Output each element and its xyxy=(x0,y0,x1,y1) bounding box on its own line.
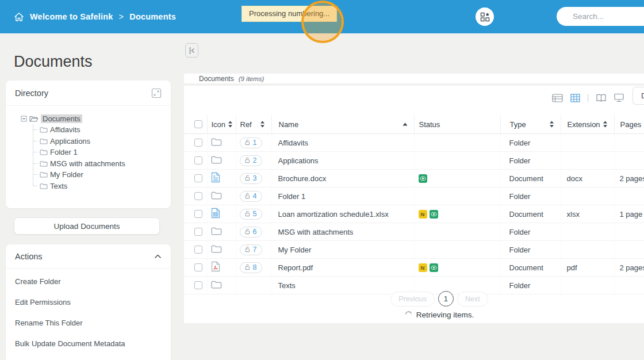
row-type: Document xyxy=(500,259,561,277)
row-checkbox[interactable] xyxy=(194,228,202,236)
row-name[interactable]: Brochure.docx xyxy=(278,174,327,183)
ref-pill[interactable]: 1 xyxy=(240,137,263,148)
tree-item[interactable]: My Folder xyxy=(33,169,166,181)
folder-icon xyxy=(40,149,48,155)
loading-text: Retrieving items. xyxy=(416,311,474,319)
upload-documents-button[interactable]: Upload Documents xyxy=(14,217,160,235)
spinner-icon xyxy=(405,311,412,319)
row-name[interactable]: Texts xyxy=(278,281,296,290)
main-area: Documents (9 items) D xyxy=(184,33,644,360)
row-type: Folder xyxy=(500,223,561,241)
row-name[interactable]: Applications xyxy=(278,156,319,165)
select-all-checkbox[interactable] xyxy=(194,120,202,128)
row-checkbox[interactable] xyxy=(194,174,202,182)
column-header-icon[interactable]: Icon xyxy=(207,115,236,134)
row-checkbox[interactable] xyxy=(194,156,202,164)
lock-open-icon xyxy=(244,193,251,199)
ref-pill[interactable]: 8 xyxy=(240,262,263,273)
table-row[interactable]: 7 My Folder Folder xyxy=(184,241,644,259)
ref-pill[interactable]: 6 xyxy=(240,227,263,238)
actions-panel: Actions Create Folder Edit Permissions R… xyxy=(6,244,171,360)
tree-item[interactable]: Affidavits xyxy=(33,124,166,136)
actions-panel-title: Actions xyxy=(15,252,43,261)
column-header-extension[interactable]: Extension xyxy=(561,115,614,134)
row-pages xyxy=(614,223,644,241)
column-header-ref[interactable]: Ref xyxy=(236,115,271,134)
view-list-icon[interactable] xyxy=(552,94,563,102)
ref-pill[interactable]: 4 xyxy=(240,191,263,202)
table-row[interactable]: 1 Affidavits Folder xyxy=(184,134,644,152)
search-input[interactable] xyxy=(572,12,644,21)
previous-page-button[interactable]: Previous xyxy=(390,292,435,307)
expand-icon[interactable] xyxy=(151,88,162,98)
action-item[interactable]: Edit Permissions xyxy=(6,292,171,312)
table-row[interactable]: 8 Report.pdf N Document pdf 2 pages xyxy=(184,259,644,277)
sort-both-icon xyxy=(549,121,554,128)
status-badges xyxy=(419,174,500,183)
breadcrumb-current[interactable]: Documents xyxy=(129,12,176,21)
safelink-app: Welcome to Safelink > Documents Processi… xyxy=(0,0,644,360)
view-book-icon[interactable] xyxy=(596,94,607,102)
ref-number: 4 xyxy=(253,192,257,200)
panel-collapse-icon xyxy=(189,47,195,55)
table-row[interactable]: 3 Brochure.docx Document docx 2 pages xyxy=(184,170,644,187)
collapse-sidebar-button[interactable] xyxy=(185,43,198,58)
row-name[interactable]: Folder 1 xyxy=(278,192,306,201)
row-type: Document xyxy=(500,170,561,187)
row-name[interactable]: Affidavits xyxy=(278,139,309,147)
items-bar: Documents (9 items) xyxy=(184,74,644,83)
row-name[interactable]: Report.pdf xyxy=(278,263,313,272)
sort-both-icon xyxy=(603,121,608,128)
row-checkbox[interactable] xyxy=(194,281,202,289)
row-checkbox[interactable] xyxy=(194,246,202,254)
table-row[interactable]: 5 Loan amortization schedule1.xlsx N Doc… xyxy=(184,205,644,223)
column-header-pages[interactable]: Pages xyxy=(614,115,644,134)
column-header-type[interactable]: Type xyxy=(500,115,561,134)
column-header-name[interactable]: Name xyxy=(271,115,414,134)
row-pages xyxy=(614,134,644,152)
row-checkbox[interactable] xyxy=(194,263,202,271)
column-header-status[interactable]: Status xyxy=(414,115,500,134)
breadcrumb-home[interactable]: Welcome to Safelink xyxy=(30,12,113,21)
documents-table: Icon Ref Name Status Type xyxy=(184,115,644,294)
action-item[interactable]: Create Folder xyxy=(6,271,171,292)
view-display-icon[interactable] xyxy=(614,93,624,102)
table-row[interactable]: 6 MSG with attachments Folder xyxy=(184,223,644,241)
row-name[interactable]: Loan amortization schedule1.xlsx xyxy=(278,210,389,219)
row-checkbox[interactable] xyxy=(194,192,202,200)
ref-pill[interactable]: 2 xyxy=(240,155,263,166)
row-type: Folder xyxy=(500,187,561,205)
table-row[interactable]: 2 Applications Folder xyxy=(184,152,644,170)
action-item[interactable]: Reset Sort Order xyxy=(6,354,171,360)
table-row[interactable]: 4 Folder 1 Folder xyxy=(184,187,644,205)
breadcrumb-separator: > xyxy=(119,12,124,21)
next-page-button[interactable]: Next xyxy=(457,292,488,307)
directory-tree-children: Affidavits Applications Folder 1 MSG wit… xyxy=(33,124,166,192)
action-item[interactable]: Bulk Update Document Metadata xyxy=(6,333,171,354)
tree-item[interactable]: MSG with attachments xyxy=(33,158,166,170)
ref-pill[interactable]: 7 xyxy=(240,244,263,255)
row-name[interactable]: MSG with attachments xyxy=(278,228,354,236)
tree-item[interactable]: Folder 1 xyxy=(33,147,166,158)
ref-pill[interactable]: 5 xyxy=(240,209,263,220)
tree-item[interactable]: Texts xyxy=(33,181,166,192)
apps-button[interactable] xyxy=(476,7,494,26)
directory-panel-title: Directory xyxy=(15,89,48,98)
home-icon[interactable] xyxy=(14,12,24,22)
row-type: Folder xyxy=(500,241,561,259)
tree-root-documents[interactable]: Documents xyxy=(21,113,166,124)
current-page-button[interactable]: 1 xyxy=(438,291,454,307)
tree-item[interactable]: Applications xyxy=(33,136,166,147)
row-type: Folder xyxy=(500,134,561,152)
row-checkbox[interactable] xyxy=(194,139,202,147)
row-name[interactable]: My Folder xyxy=(278,246,312,254)
chevron-up-icon[interactable] xyxy=(154,254,162,259)
view-grid-icon[interactable] xyxy=(570,94,580,102)
toolbar-cutoff-button[interactable]: D xyxy=(632,87,644,105)
lock-open-icon xyxy=(244,210,251,217)
ref-pill[interactable]: 3 xyxy=(240,173,263,184)
status-badge-viewed xyxy=(430,210,438,219)
row-checkbox[interactable] xyxy=(194,210,202,218)
tree-toggle-icon[interactable] xyxy=(21,116,27,122)
action-item[interactable]: Rename This Folder xyxy=(6,312,171,333)
